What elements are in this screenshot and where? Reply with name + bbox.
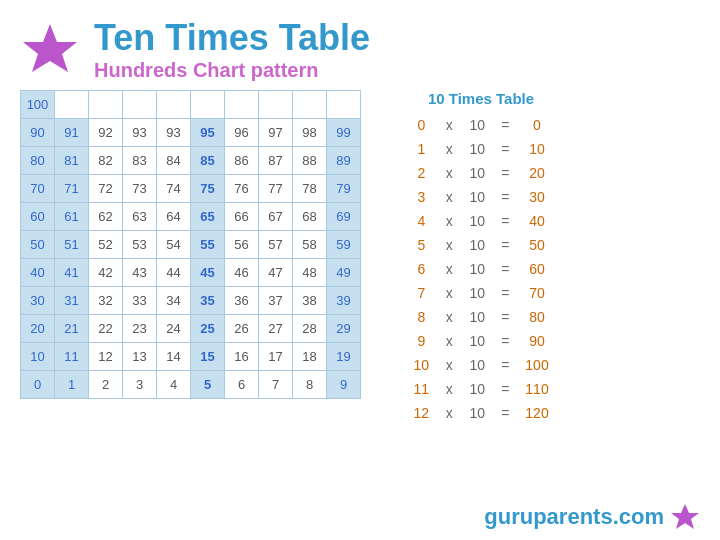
chart-cell: 93 [157, 118, 191, 146]
chart-cell: 66 [225, 202, 259, 230]
times-result: 30 [519, 185, 554, 209]
times-n: 2 [407, 161, 435, 185]
times-n: 4 [407, 209, 435, 233]
times-x: x [435, 281, 463, 305]
times-row: 6x10=60 [407, 257, 554, 281]
chart-cell: 88 [293, 146, 327, 174]
chart-row: 90919293939596979899 [21, 118, 361, 146]
times-x: x [435, 377, 463, 401]
chart-cell [191, 90, 225, 118]
times-result: 60 [519, 257, 554, 281]
chart-cell: 52 [89, 230, 123, 258]
chart-cell: 65 [191, 202, 225, 230]
times-row: 11x10=110 [407, 377, 554, 401]
chart-cell: 75 [191, 174, 225, 202]
times-ten: 10 [463, 329, 491, 353]
chart-row: 80818283848586878889 [21, 146, 361, 174]
chart-cell: 4 [157, 370, 191, 398]
chart-row: 10111213141516171819 [21, 342, 361, 370]
chart-cell: 12 [89, 342, 123, 370]
times-ten: 10 [463, 161, 491, 185]
times-eq: = [491, 281, 519, 305]
times-result: 0 [519, 113, 554, 137]
times-result: 50 [519, 233, 554, 257]
chart-cell: 56 [225, 230, 259, 258]
chart-cell: 44 [157, 258, 191, 286]
times-eq: = [491, 185, 519, 209]
times-eq: = [491, 353, 519, 377]
brand-text: guruparents.com [484, 504, 664, 530]
star-icon-footer [670, 502, 700, 532]
times-n: 9 [407, 329, 435, 353]
times-row: 12x10=120 [407, 401, 554, 425]
chart-cell: 97 [259, 118, 293, 146]
times-result: 100 [519, 353, 554, 377]
chart-cell: 2 [89, 370, 123, 398]
chart-cell: 96 [225, 118, 259, 146]
chart-cell: 6 [225, 370, 259, 398]
chart-row: 70717273747576777879 [21, 174, 361, 202]
chart-cell: 34 [157, 286, 191, 314]
chart-cell: 1 [55, 370, 89, 398]
chart-cell: 64 [157, 202, 191, 230]
chart-cell: 71 [55, 174, 89, 202]
times-n: 10 [407, 353, 435, 377]
times-x: x [435, 329, 463, 353]
times-ten: 10 [463, 137, 491, 161]
times-ten: 10 [463, 401, 491, 425]
chart-cell: 37 [259, 286, 293, 314]
chart-cell: 32 [89, 286, 123, 314]
chart-cell: 69 [327, 202, 361, 230]
times-n: 12 [407, 401, 435, 425]
times-row: 10x10=100 [407, 353, 554, 377]
chart-cell: 57 [259, 230, 293, 258]
chart-cell: 36 [225, 286, 259, 314]
chart-cell: 38 [293, 286, 327, 314]
chart-cell: 98 [293, 118, 327, 146]
chart-cell: 27 [259, 314, 293, 342]
times-x: x [435, 401, 463, 425]
chart-cell: 73 [123, 174, 157, 202]
svg-marker-0 [23, 24, 77, 72]
times-n: 8 [407, 305, 435, 329]
chart-row-label: 0 [21, 370, 55, 398]
chart-cell: 42 [89, 258, 123, 286]
chart-row: 30313233343536373839 [21, 286, 361, 314]
times-n: 6 [407, 257, 435, 281]
chart-cell: 33 [123, 286, 157, 314]
times-ten: 10 [463, 377, 491, 401]
times-eq: = [491, 137, 519, 161]
chart-cell: 61 [55, 202, 89, 230]
chart-row: 40414243444546474849 [21, 258, 361, 286]
chart-cell: 47 [259, 258, 293, 286]
chart-cell: 18 [293, 342, 327, 370]
chart-cell [55, 90, 89, 118]
times-row: 2x10=20 [407, 161, 554, 185]
times-result: 40 [519, 209, 554, 233]
title-block: Ten Times Table Hundreds Chart pattern [94, 18, 370, 82]
chart-cell: 5 [191, 370, 225, 398]
chart-row-label: 70 [21, 174, 55, 202]
star-icon-purple [20, 20, 80, 80]
footer: guruparents.com [484, 502, 700, 532]
chart-cell [123, 90, 157, 118]
chart-cell [327, 90, 361, 118]
chart-cell: 83 [123, 146, 157, 174]
chart-cell: 24 [157, 314, 191, 342]
chart-cell: 13 [123, 342, 157, 370]
times-row: 0x10=0 [407, 113, 554, 137]
chart-cell: 76 [225, 174, 259, 202]
chart-cell: 39 [327, 286, 361, 314]
times-row: 9x10=90 [407, 329, 554, 353]
chart-cell: 26 [225, 314, 259, 342]
chart-cell: 31 [55, 286, 89, 314]
chart-row-label: 60 [21, 202, 55, 230]
times-eq: = [491, 233, 519, 257]
times-n: 3 [407, 185, 435, 209]
times-result: 110 [519, 377, 554, 401]
times-result: 120 [519, 401, 554, 425]
chart-cell [293, 90, 327, 118]
times-result: 80 [519, 305, 554, 329]
times-result: 70 [519, 281, 554, 305]
chart-cell: 49 [327, 258, 361, 286]
